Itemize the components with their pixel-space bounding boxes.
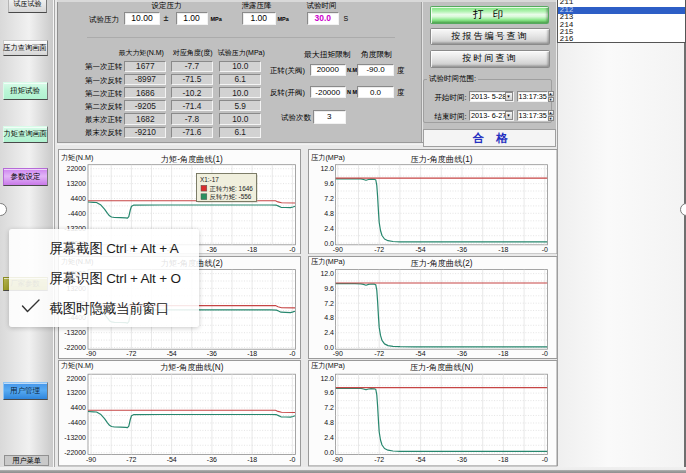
svg-text:-18: -18 [247, 246, 257, 253]
svg-text:-4400: -4400 [68, 209, 86, 216]
svg-text:压力(MPa): 压力(MPa) [311, 153, 345, 162]
svg-text:-0: -0 [542, 351, 548, 358]
svg-text:-22000: -22000 [64, 449, 86, 456]
svg-text:-18: -18 [498, 351, 508, 358]
svg-text:-0: -0 [289, 246, 295, 253]
svg-text:-4400: -4400 [68, 420, 86, 427]
svg-text:7.2: 7.2 [324, 300, 334, 307]
svg-text:-13200: -13200 [64, 434, 86, 441]
svg-text:-54: -54 [416, 456, 426, 463]
svg-text:压力(MPa): 压力(MPa) [311, 361, 345, 370]
svg-text:9.6: 9.6 [324, 390, 334, 397]
svg-text:-72: -72 [374, 456, 384, 463]
svg-text:-36: -36 [457, 246, 467, 253]
svg-text:4400: 4400 [70, 194, 86, 201]
svg-text:压力-角度曲线(2): 压力-角度曲线(2) [411, 259, 473, 268]
svg-text:4400: 4400 [70, 405, 86, 412]
svg-text:9.6: 9.6 [324, 285, 334, 292]
svg-text:-36: -36 [206, 456, 216, 463]
svg-text:4.8: 4.8 [324, 315, 334, 322]
svg-text:-36: -36 [206, 246, 216, 253]
svg-text:4.8: 4.8 [324, 209, 334, 216]
svg-text:-54: -54 [416, 246, 426, 253]
svg-text:压力-角度曲线(N): 压力-角度曲线(N) [410, 363, 473, 372]
svg-text:12.0: 12.0 [320, 375, 334, 382]
svg-text:压力-角度曲线(1): 压力-角度曲线(1) [411, 155, 473, 164]
svg-text:-54: -54 [166, 351, 176, 358]
svg-text:-54: -54 [166, 456, 176, 463]
svg-text:力矩-角度曲线(N): 力矩-角度曲线(N) [160, 363, 223, 372]
svg-text:-90: -90 [333, 246, 343, 253]
svg-text:-0: -0 [542, 246, 548, 253]
svg-text:压力(MPa): 压力(MPa) [311, 257, 345, 266]
svg-text:反转力矩: -556: 反转力矩: -556 [209, 193, 251, 200]
svg-text:-22000: -22000 [64, 344, 86, 351]
svg-text:-90: -90 [333, 456, 343, 463]
svg-text:-36: -36 [457, 351, 467, 358]
svg-text:-18: -18 [247, 456, 257, 463]
svg-text:力矩-角度曲线(1): 力矩-角度曲线(1) [160, 155, 222, 164]
svg-text:22000: 22000 [66, 375, 86, 382]
svg-text:-13200: -13200 [64, 329, 86, 336]
svg-text:12.0: 12.0 [320, 270, 334, 277]
svg-text:-36: -36 [457, 456, 467, 463]
svg-text:9.6: 9.6 [324, 180, 334, 187]
svg-text:13200: 13200 [66, 180, 86, 187]
svg-text:2.4: 2.4 [324, 329, 334, 336]
svg-text:正转力矩: 1646: 正转力矩: 1646 [209, 184, 253, 191]
svg-text:-0: -0 [289, 351, 295, 358]
svg-text:-18: -18 [247, 351, 257, 358]
svg-text:-54: -54 [416, 351, 426, 358]
svg-text:-90: -90 [333, 351, 343, 358]
svg-text:-90: -90 [86, 456, 96, 463]
svg-text:12.0: 12.0 [320, 165, 334, 172]
svg-text:-0: -0 [289, 456, 295, 463]
svg-text:力矩(N.M): 力矩(N.M) [61, 361, 93, 370]
svg-text:13200: 13200 [66, 390, 86, 397]
svg-text:-18: -18 [498, 246, 508, 253]
svg-text:-72: -72 [126, 456, 136, 463]
svg-text:7.2: 7.2 [324, 194, 334, 201]
svg-text:7.2: 7.2 [324, 405, 334, 412]
svg-text:X1:-17: X1:-17 [200, 175, 219, 182]
svg-text:4.8: 4.8 [324, 420, 334, 427]
svg-text:-72: -72 [126, 351, 136, 358]
svg-text:2.4: 2.4 [324, 434, 334, 441]
svg-text:2.4: 2.4 [324, 224, 334, 231]
svg-text:22000: 22000 [66, 165, 86, 172]
svg-text:-72: -72 [374, 351, 384, 358]
svg-text:力矩(N.M): 力矩(N.M) [61, 153, 93, 162]
svg-text:-72: -72 [374, 246, 384, 253]
svg-text:-18: -18 [498, 456, 508, 463]
svg-text:-90: -90 [86, 351, 96, 358]
svg-text:-36: -36 [206, 351, 216, 358]
svg-text:-0: -0 [542, 456, 548, 463]
